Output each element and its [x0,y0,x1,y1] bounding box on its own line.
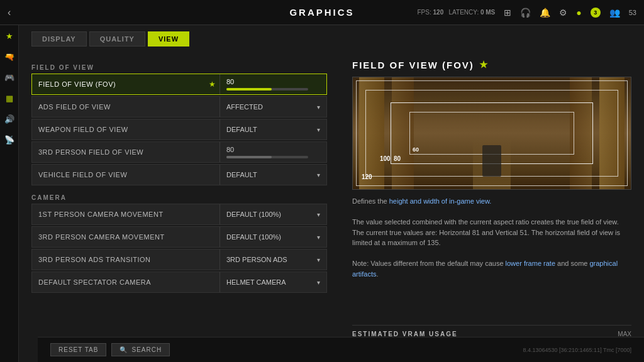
setting-row-fov[interactable]: FIELD OF VIEW (FOV) ★ 80 [31,74,327,95]
setting-row-third-cam[interactable]: 3RD PERSON CAMERA MOVEMENT DEFAULT (100%… [31,226,327,248]
setting-name-first-cam: 1ST PERSON CAMERA MOVEMENT [32,211,219,218]
friends-count: 53 [629,9,636,16]
setting-row-first-cam[interactable]: 1ST PERSON CAMERA MOVEMENT DEFAULT (100%… [31,204,327,225]
ads-transition-dropdown-icon: ▾ [317,256,320,263]
notification-badge: 3 [591,8,601,18]
tab-display[interactable]: DISPLAY [31,31,87,47]
vehicle-fov-value: DEFAULT ▾ [219,165,326,185]
fov-section-label: FIELD OF VIEW [31,64,327,71]
sidebar-sound-icon[interactable]: 🔊 [4,114,14,124]
first-cam-dropdown-icon: ▾ [317,211,320,218]
setting-name-spectator-cam: DEFAULT SPECTATOR CAMERA [32,278,219,286]
setting-name-ads-transition: 3RD PERSON ADS TRANSITION [32,256,219,263]
friends-icon[interactable]: 👥 [609,8,620,18]
third-fov-number: 80 [226,146,234,153]
bell-icon[interactable]: 🔔 [540,8,550,18]
setting-row-spectator-cam[interactable]: DEFAULT SPECTATOR CAMERA HELMET CAMERA ▾ [31,272,327,293]
third-fov-value: 80 [219,142,326,162]
setting-row-weapon-fov[interactable]: WEAPON FIELD OF VIEW DEFAULT ▾ [31,119,327,140]
content-area: FIELD OF VIEW FIELD OF VIEW (FOV) ★ 80 A… [19,53,644,362]
reset-tab-button[interactable]: RESET TAB [50,343,106,356]
top-bar-right: FPS: 120 LATENCY: 0 MS ⊞ 🎧 🔔 ⚙ ● 3 👥 53 [418,8,637,18]
vehicle-fov-dropdown-icon: ▾ [317,172,320,178]
setting-name-third-cam: 3RD PERSON CAMERA MOVEMENT [32,233,219,241]
top-bar: ‹ GRAPHICS FPS: 120 LATENCY: 0 MS ⊞ 🎧 🔔 … [0,0,644,25]
sidebar-gamepad-icon[interactable]: 🎮 [4,73,14,82]
fov-label-100: 100 [380,155,391,162]
fov-scene: 120 100 80 60 [353,77,631,189]
back-button[interactable]: ‹ [8,7,11,18]
weapon-fov-value: DEFAULT ▾ [219,119,326,140]
sidebar-display-icon[interactable]: ▦ [6,94,13,103]
sidebar-network-icon[interactable]: 📡 [4,135,14,145]
preview-title: FIELD OF VIEW (FOV) ★ [352,59,631,70]
search-icon: 🔍 [119,346,128,353]
bottom-bar: RESET TAB 🔍 SEARCH 8.4.13064530 [36:210:… [38,337,644,362]
third-fov-slider-track[interactable] [226,156,308,158]
fps-info: FPS: 120 LATENCY: 0 MS [418,9,496,16]
third-cam-value: DEFAULT (100%) ▾ [219,227,326,247]
fov-value: 80 [219,74,326,94]
fov-number: 80 [226,78,234,85]
page-title: GRAPHICS [289,7,354,18]
setting-row-vehicle-fov[interactable]: VEHICLE FIELD OF VIEW DEFAULT ▾ [31,164,327,185]
setting-name-weapon-fov: WEAPON FIELD OF VIEW [32,126,219,133]
gear-icon[interactable]: ⚙ [559,8,567,18]
setting-row-ads-fov[interactable]: ADS FIELD OF VIEW AFFECTED ▾ [31,96,327,118]
version-info: 8.4.13064530 [36:210:1465:11] Tmc [7000] [523,347,631,353]
preview-star-icon: ★ [479,59,489,70]
main-content: DISPLAY QUALITY VIEW FIELD OF VIEW FIELD… [19,25,644,362]
setting-row-ads-transition[interactable]: 3RD PERSON ADS TRANSITION 3RD PERSON ADS… [31,249,327,270]
desc-warning-1: lower frame rate [506,260,555,267]
setting-name-ads-fov: ADS FIELD OF VIEW [32,103,219,111]
tab-quality[interactable]: QUALITY [89,31,145,47]
fov-star-icon: ★ [205,80,219,89]
sidebar-gun-icon[interactable]: 🔫 [4,52,14,62]
setting-name-third-fov: 3RD PERSON FIELD OF VIEW [32,148,219,156]
fov-description: Defines the height and width of in-game … [352,196,631,279]
left-sidebar: ★ 🔫 🎮 ▦ 🔊 📡 [0,25,19,362]
fov-label-80: 80 [394,155,401,162]
third-cam-dropdown-icon: ▾ [317,234,320,241]
tab-view[interactable]: VIEW [148,31,189,47]
bottom-buttons: RESET TAB 🔍 SEARCH [50,343,170,356]
setting-name-fov: FIELD OF VIEW (FOV) [32,80,205,88]
right-panel: FIELD OF VIEW (FOV) ★ 120 [340,53,644,362]
search-button[interactable]: 🔍 SEARCH [111,343,170,356]
ads-transition-value: 3RD PERSON ADS ▾ [219,250,326,270]
weapon-fov-dropdown-icon: ▾ [317,126,320,133]
ads-fov-value: AFFECTED ▾ [219,97,326,117]
setting-row-third-fov[interactable]: 3RD PERSON FIELD OF VIEW 80 [31,141,327,163]
third-fov-slider-fill [226,156,272,158]
camera-section-label: CAMERA [31,194,327,201]
settings-panel: FIELD OF VIEW FIELD OF VIEW (FOV) ★ 80 A… [19,53,340,362]
setting-name-vehicle-fov: VEHICLE FIELD OF VIEW [32,171,219,178]
desc-highlight-1: height and width of in-game view. [389,197,492,205]
fov-slider-fill [226,88,272,90]
sidebar-star-icon[interactable]: ★ [6,31,13,41]
first-cam-value: DEFAULT (100%) ▾ [219,204,326,224]
fov-preview-image: 120 100 80 60 [352,77,631,190]
fov-slider-track[interactable] [226,88,308,90]
profile-icon[interactable]: ● [576,8,581,18]
fov-label-60: 60 [413,146,419,153]
tab-bar: DISPLAY QUALITY VIEW [19,25,644,53]
spectator-cam-value: HELMET CAMERA ▾ [219,272,326,292]
spectator-cam-dropdown-icon: ▾ [317,279,320,286]
headset-icon[interactable]: 🎧 [520,8,531,18]
ads-fov-dropdown-icon: ▾ [317,104,320,111]
grid-icon[interactable]: ⊞ [504,8,511,18]
